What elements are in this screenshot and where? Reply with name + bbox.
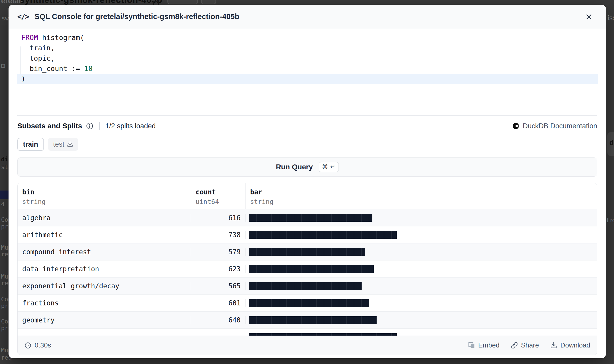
- enter-key-icon: ↵: [330, 163, 335, 170]
- copy-icon: [153, 1, 159, 5]
- duckdb-logo-icon: [512, 122, 520, 130]
- sql-editor[interactable]: FROM histogram( train, topic, bin_count …: [9, 33, 606, 115]
- splits-loaded-text: 1/2 splits loaded: [105, 122, 156, 130]
- backdrop-count-pill: [201, 0, 216, 4]
- splits-row: train test: [17, 138, 597, 151]
- code-icon: </>: [17, 12, 29, 21]
- column-header-count[interactable]: count uint64: [191, 183, 245, 209]
- sql-number: 10: [84, 65, 93, 73]
- results-table: bin string count uint64 bar string algeb…: [17, 183, 597, 355]
- share-button[interactable]: Share: [511, 341, 539, 349]
- table-row[interactable]: arithmetic 738: [18, 226, 597, 243]
- table-row-clipped[interactable]: [18, 328, 597, 336]
- info-icon[interactable]: [86, 122, 94, 130]
- run-query-button[interactable]: Run Query ⌘ ↵: [17, 157, 597, 177]
- subsets-header-row: Subsets and Splits 1/2 splits loaded Duc…: [17, 120, 597, 132]
- code-line-active: ): [17, 74, 598, 84]
- section-divider: [17, 115, 597, 116]
- share-link-icon: [511, 342, 518, 349]
- download-icon: [67, 141, 73, 147]
- table-footer: 0.30s Embed S: [18, 336, 597, 355]
- backdrop-dataset-title: synthetic-gsm8k-reflection-405b: [20, 0, 163, 5]
- histogram-bar: [249, 231, 397, 239]
- histogram-bar: [249, 265, 374, 273]
- backdrop-like-pill: [167, 0, 198, 4]
- sql-console-modal: </> SQL Console for gretelai/synthetic-g…: [9, 5, 606, 358]
- backdrop-fragment: sw: [2, 15, 9, 22]
- code-line: bin_count := 10: [9, 64, 606, 74]
- table-row[interactable]: data interpretation 623: [18, 260, 597, 277]
- run-query-label: Run Query: [276, 163, 313, 171]
- table-row[interactable]: fractions 601: [18, 294, 597, 311]
- close-icon: [585, 13, 593, 21]
- histogram-bar: [249, 316, 377, 324]
- table-row[interactable]: algebra 616: [18, 209, 597, 226]
- duckdb-doc-label: DuckDB Documentation: [523, 122, 597, 130]
- table-row[interactable]: exponential growth/decay 565: [18, 277, 597, 294]
- backdrop-fragment: f row: [607, 217, 614, 224]
- subsets-title: Subsets and Splits: [17, 122, 82, 130]
- code-line: topic,: [9, 53, 606, 64]
- clock-icon: [24, 342, 32, 349]
- histogram-bar: [249, 299, 369, 307]
- cmd-key-icon: ⌘: [322, 163, 328, 170]
- modal-title: SQL Console for gretelai/synthetic-gsm8k…: [35, 12, 239, 21]
- code-line: train,: [9, 43, 606, 53]
- embed-icon: [468, 342, 475, 349]
- table-header-row: bin string count uint64 bar string: [18, 183, 597, 209]
- duration-label: 0.30s: [35, 341, 51, 349]
- backdrop-selected-band: [0, 191, 9, 199]
- table-row[interactable]: geometry 640: [18, 311, 597, 328]
- histogram-bar: [249, 333, 397, 336]
- backdrop-page-header: etelai/ synthetic-gsm8k-reflection-405b: [0, 0, 614, 5]
- download-button[interactable]: Download: [550, 341, 590, 349]
- backdrop-fragment: issa: [608, 14, 614, 21]
- sql-keyword: FROM: [21, 34, 38, 42]
- keyboard-shortcut-badge: ⌘ ↵: [319, 162, 339, 172]
- download-icon: [550, 342, 557, 349]
- column-header-bin[interactable]: bin string: [18, 183, 191, 209]
- histogram-bar: [249, 282, 362, 290]
- vertical-separator: [99, 122, 100, 130]
- modal-header: </> SQL Console for gretelai/synthetic-g…: [9, 5, 606, 29]
- histogram-bar: [249, 248, 365, 256]
- duckdb-doc-link[interactable]: DuckDB Documentation: [512, 122, 597, 130]
- query-duration: 0.30s: [24, 341, 51, 349]
- histogram-bar: [249, 214, 372, 222]
- code-line: FROM histogram(: [9, 33, 606, 43]
- close-button[interactable]: [584, 12, 594, 21]
- split-button-train[interactable]: train: [17, 138, 44, 151]
- backdrop-button-pill: d: [607, 132, 614, 156]
- column-header-bar[interactable]: bar string: [245, 183, 597, 209]
- table-row[interactable]: compound interest 579: [18, 243, 597, 260]
- split-button-test[interactable]: test: [48, 138, 79, 151]
- embed-button[interactable]: Embed: [468, 341, 500, 349]
